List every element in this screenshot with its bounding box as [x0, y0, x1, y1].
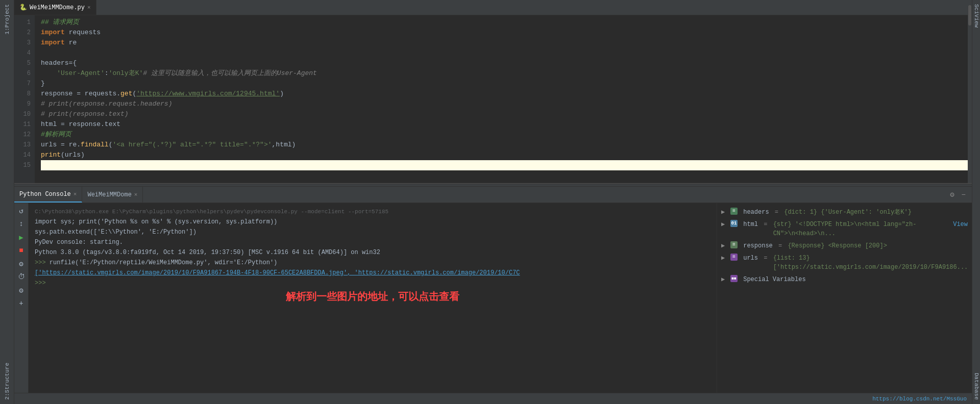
minimize-icon[interactable]: − — [960, 190, 968, 200]
var-headers-icon: ≡ — [730, 208, 738, 215]
var-response-name: response — [740, 241, 773, 250]
tab-weimei[interactable]: WeiMeiMMDome × — [82, 187, 143, 203]
console-urls-line: ['https://static.vmgirls.com/image/2019/… — [35, 268, 710, 277]
var-urls-val: {list: 13} ['https://static.vmgirls.com/… — [773, 254, 968, 272]
var-html-icon: 01 — [730, 220, 738, 227]
var-html-view[interactable]: View — [949, 220, 968, 229]
var-html-name: html — [740, 220, 758, 229]
editor-tab-bar: 🐍 WeiMeiMMDome.py × — [14, 0, 972, 15]
console-runfile-cmd: runfile('E:/Python/reptile/WeiMeiMMDome.… — [50, 259, 277, 266]
var-urls-name: urls — [740, 254, 758, 263]
settings-icon[interactable]: ⚙ — [948, 189, 956, 200]
var-response[interactable]: ▶ ≡ response = {Response} <Response [200… — [717, 240, 972, 252]
var-headers-val: {dict: 1} {'User-Agent': 'only老K'} — [784, 208, 912, 217]
status-bar: https://blog.csdn.net/MssGuo — [14, 393, 972, 404]
code-line-10: # print(response.text) — [41, 109, 972, 119]
var-html-val: {str} '<!DOCTYPE html>\n<html lang="zh-C… — [773, 220, 947, 238]
stop-btn[interactable]: ■ — [16, 245, 27, 256]
editor-tab-active[interactable]: 🐍 WeiMeiMMDome.py × — [14, 0, 96, 15]
var-html[interactable]: ▶ 01 html = {str} '<!DOCTYPE html>\n<htm… — [717, 218, 972, 240]
console-prompt-1: >>> — [35, 259, 50, 266]
code-line-1: ## 请求网页 — [41, 17, 972, 28]
code-line-9: # print(response.request.headers) — [41, 99, 972, 109]
database-label[interactable]: Database — [973, 369, 979, 404]
add-btn[interactable]: + — [16, 298, 27, 309]
console-prompt-2: >>> — [35, 280, 46, 287]
main-content: 🐍 WeiMeiMMDome.py × 12345 678910 1112131… — [14, 0, 972, 404]
console-path-line: sys.path.extend(['E:\\Python', 'E:/Pytho… — [35, 228, 710, 237]
console-runfile-line: >>> runfile('E:/Python/reptile/WeiMeiMMD… — [35, 258, 710, 267]
var-response-expand[interactable]: ▶ — [721, 241, 728, 250]
code-line-2: import requests — [41, 28, 972, 38]
sidebar-project-label[interactable]: 1:Project — [4, 0, 10, 38]
var-special-icon: ■■ — [730, 275, 738, 282]
console-output[interactable]: C:\Python38\python.exe E:\PyCharm\plugin… — [29, 203, 717, 393]
variables-panel: ▶ ≡ headers = {dict: 1} {'User-Agent': '… — [717, 203, 972, 393]
left-sidebar: 1:Project 2:Structure — [0, 0, 14, 404]
console-import-line: import sys; print('Python %s on %s' % (s… — [35, 217, 710, 226]
weimei-tab-close[interactable]: × — [134, 192, 138, 198]
var-headers-name: headers — [740, 208, 769, 217]
code-line-13: urls = re.findall('<a href="(.*?)" alt="… — [41, 140, 972, 150]
var-headers-expand[interactable]: ▶ — [721, 208, 728, 217]
code-line-8: response = requests.get('https://www.vmg… — [41, 89, 972, 99]
line-numbers: 12345 678910 1112131415 — [14, 15, 35, 183]
var-urls-expand[interactable]: ▶ — [721, 254, 728, 263]
editor-scrollbar[interactable] — [968, 0, 972, 183]
var-urls-icon: ≡ — [730, 254, 738, 261]
python-console-close[interactable]: × — [74, 191, 77, 197]
code-line-14: print(urls) — [41, 150, 972, 160]
bottom-panel: Python Console × WeiMeiMMDome × ⚙ − ↺ ↕ … — [14, 187, 972, 404]
weimei-tab-label: WeiMeiMMDome — [87, 191, 131, 198]
sciview-label[interactable]: SciView — [973, 0, 979, 32]
editor-tab-label: WeiMeiMMDome.py — [30, 4, 85, 11]
console-prompt-line: >>> — [35, 279, 710, 288]
var-headers-eq: = — [771, 208, 782, 217]
debug-btn[interactable]: ⚙ — [16, 258, 27, 269]
code-line-5: headers={ — [41, 58, 972, 68]
tab-actions: ⚙ − — [948, 187, 972, 203]
status-link[interactable]: https://blog.csdn.net/MssGuo — [872, 396, 967, 402]
var-html-eq: = — [760, 220, 771, 229]
editor-area: 🐍 WeiMeiMMDome.py × 12345 678910 1112131… — [14, 0, 972, 184]
var-urls[interactable]: ▶ ≡ urls = {list: 13} ['https://static.v… — [717, 252, 972, 273]
var-urls-eq: = — [760, 254, 771, 263]
code-line-3: import re — [41, 38, 972, 48]
code-line-6: 'User-Agent':'only老K'# 这里可以随意输入，也可以输入网页上… — [41, 68, 972, 79]
code-line-7: } — [41, 79, 972, 89]
code-line-12: #解析网页 — [41, 130, 972, 140]
var-html-expand[interactable]: ▶ — [721, 220, 728, 229]
scrollbar-thumb — [968, 5, 971, 26]
var-response-eq: = — [775, 241, 786, 250]
right-sidebar: SciView Database — [972, 0, 980, 404]
var-response-icon: ≡ — [730, 241, 738, 248]
editor-tab-close[interactable]: × — [87, 5, 91, 11]
code-content[interactable]: ## 请求网页 import requests import re header… — [35, 15, 972, 183]
settings-btn[interactable]: ⚙ — [16, 285, 27, 296]
console-layout: ↺ ↕ ▶ ■ ⚙ ⏱ ⚙ + C:\Python38\python.exe E… — [14, 203, 972, 393]
code-line-11: html = response.text — [41, 119, 972, 130]
var-special[interactable]: ▶ ■■ Special Variables — [717, 273, 972, 286]
var-headers[interactable]: ▶ ≡ headers = {dict: 1} {'User-Agent': '… — [717, 206, 972, 218]
code-line-15 — [41, 160, 972, 170]
run-btn[interactable]: ▶ — [16, 232, 27, 243]
console-toolbar: ↺ ↕ ▶ ■ ⚙ ⏱ ⚙ + — [14, 203, 29, 393]
sidebar-structure-label[interactable]: 2:Structure — [4, 359, 10, 404]
console-version-line: Python 3.8.0 (tags/v3.8.0:fa919fd, Oct 1… — [35, 248, 710, 257]
console-starting-line: PyDev console: starting. — [35, 238, 710, 247]
console-url-1[interactable]: ['https://static.vmgirls.com/image/2019/… — [35, 269, 520, 276]
history-btn[interactable]: ⏱ — [16, 271, 27, 283]
var-special-name: Special Variables — [740, 275, 806, 284]
console-cmd-line: C:\Python38\python.exe E:\PyCharm\plugin… — [35, 207, 710, 216]
code-area: 12345 678910 1112131415 ## 请求网页 import r… — [14, 15, 972, 183]
tab-python-console[interactable]: Python Console × — [14, 187, 82, 203]
rerun-btn[interactable]: ↺ — [16, 205, 27, 216]
bottom-tab-bar: Python Console × WeiMeiMMDome × ⚙ − — [14, 187, 972, 203]
python-console-label: Python Console — [19, 191, 71, 198]
var-special-expand[interactable]: ▶ — [721, 275, 728, 284]
sort-btn[interactable]: ↕ — [16, 218, 27, 230]
var-response-val: {Response} <Response [200]> — [788, 241, 887, 250]
console-annotation: 解析到一些图片的地址，可以点击查看 — [35, 292, 710, 301]
code-line-4 — [41, 48, 972, 58]
